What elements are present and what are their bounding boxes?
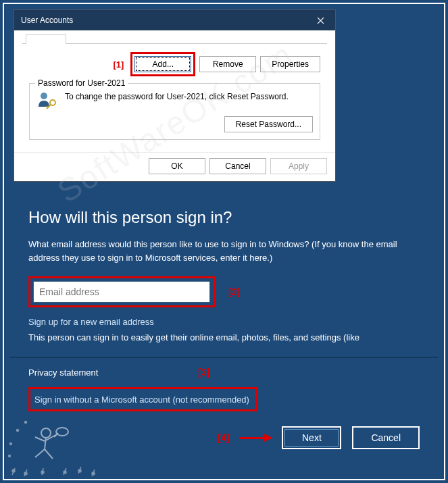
marker-4: [4] xyxy=(218,432,229,443)
signin-description-2: This person can sign in to easily get th… xyxy=(28,332,420,342)
email-field[interactable] xyxy=(33,281,210,303)
password-fieldset: Password for User-2021 To change the pas… xyxy=(29,83,320,140)
signin-title: How will this person sign in? xyxy=(28,208,420,227)
svg-point-3 xyxy=(56,428,68,436)
next-button[interactable]: Next xyxy=(282,426,341,449)
marker-1: [1] xyxy=(113,59,124,70)
svg-point-2 xyxy=(41,428,51,438)
close-icon[interactable] xyxy=(305,10,335,30)
fieldset-text: To change the password for User-2021, cl… xyxy=(65,91,289,101)
dialog-title: User Accounts xyxy=(21,16,73,25)
dialog-footer: OK Cancel Apply xyxy=(14,152,335,181)
titlebar: User Accounts xyxy=(14,10,335,30)
marker-2: [2] xyxy=(228,286,240,297)
svg-point-12 xyxy=(25,422,27,424)
divider xyxy=(9,357,439,358)
reset-password-button[interactable]: Reset Password... xyxy=(224,116,313,132)
marker-3: [3] xyxy=(198,367,209,378)
svg-point-13 xyxy=(9,455,11,457)
signin-without-link[interactable]: Sign in without a Microsoft account (not… xyxy=(34,395,249,405)
privacy-statement-link[interactable]: Privacy statement xyxy=(28,367,98,378)
signin-without-highlight: Sign in without a Microsoft account (not… xyxy=(28,387,258,411)
cancel-button-2[interactable]: Cancel xyxy=(352,426,420,449)
properties-button[interactable]: Properties xyxy=(260,56,320,72)
signin-description: What email address would this person lik… xyxy=(28,238,420,264)
apply-button: Apply xyxy=(270,158,327,174)
user-key-icon xyxy=(36,91,58,109)
remove-button[interactable]: Remove xyxy=(199,56,256,72)
email-highlight xyxy=(28,276,215,307)
svg-point-11 xyxy=(17,430,19,432)
ok-button[interactable]: OK xyxy=(149,158,205,174)
svg-point-0 xyxy=(41,93,47,99)
runner-doodle-icon xyxy=(5,417,100,478)
tab-strip xyxy=(22,36,327,44)
signup-link[interactable]: Sign up for a new email address xyxy=(28,317,420,327)
add-button-highlight: Add... xyxy=(130,52,195,76)
arrow-icon xyxy=(240,437,271,439)
user-accounts-dialog: User Accounts [1] Add... Remove Properti… xyxy=(14,9,336,182)
svg-point-10 xyxy=(10,443,12,445)
cancel-button[interactable]: Cancel xyxy=(209,158,266,174)
svg-point-1 xyxy=(50,100,55,105)
add-button[interactable]: Add... xyxy=(134,56,191,72)
fieldset-legend: Password for User-2021 xyxy=(35,78,128,88)
